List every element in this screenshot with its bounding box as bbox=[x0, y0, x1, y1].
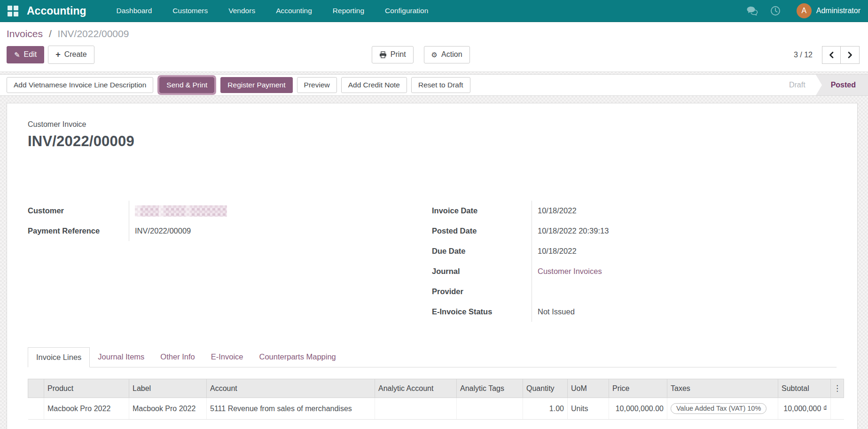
cell-row-menu[interactable] bbox=[831, 398, 844, 420]
redacted-customer-name bbox=[135, 205, 227, 217]
activities-clock-icon[interactable] bbox=[770, 6, 781, 16]
messages-icon[interactable] bbox=[746, 6, 758, 16]
statusbar: Add Vietnamese Invoice Line Description … bbox=[0, 74, 868, 96]
cell-price[interactable]: 10,000,000.00 bbox=[609, 398, 667, 420]
invoice-date-label: Invoice Date bbox=[432, 206, 532, 215]
edit-button[interactable]: ✎ Edit bbox=[7, 46, 44, 63]
create-button[interactable]: + Create bbox=[48, 46, 94, 64]
menu-configuration[interactable]: Configuration bbox=[384, 0, 429, 22]
provider-label: Provider bbox=[432, 287, 532, 296]
e-invoice-status-label: E-Invoice Status bbox=[432, 307, 532, 316]
apps-menu-icon[interactable] bbox=[8, 6, 18, 16]
header-account[interactable]: Account bbox=[207, 379, 375, 398]
top-navbar: Accounting Dashboard Customers Vendors A… bbox=[0, 0, 868, 22]
preview-button[interactable]: Preview bbox=[297, 77, 337, 93]
field-group-left: Customer Payment Reference INV/2022/0000… bbox=[28, 201, 432, 322]
header-price[interactable]: Price bbox=[609, 379, 667, 398]
posted-date-label: Posted Date bbox=[432, 226, 532, 235]
plus-icon: + bbox=[55, 49, 61, 60]
header-taxes[interactable]: Taxes bbox=[667, 379, 778, 398]
invoice-number-title: INV/2022/00009 bbox=[28, 133, 837, 150]
pager-next-button[interactable] bbox=[841, 46, 860, 64]
payment-reference-value: INV/2022/00009 bbox=[129, 221, 392, 241]
print-button[interactable]: Print bbox=[372, 46, 414, 63]
tax-badge: Value Added Tax (VAT) 10% bbox=[671, 403, 766, 414]
cell-product[interactable]: Macbook Pro 2022 bbox=[44, 398, 129, 420]
invoice-lines-table: Product Label Account Analytic Account A… bbox=[28, 379, 844, 420]
payment-reference-label: Payment Reference bbox=[28, 226, 129, 235]
tab-invoice-lines[interactable]: Invoice Lines bbox=[28, 347, 90, 367]
journal-label: Journal bbox=[432, 267, 532, 276]
posted-date-value: 10/18/2022 20:39:13 bbox=[532, 221, 795, 241]
tab-other-info[interactable]: Other Info bbox=[152, 347, 203, 367]
e-invoice-status-value: Not Issued bbox=[532, 302, 795, 322]
due-date-value: 10/18/2022 bbox=[532, 241, 795, 261]
status-step-draft[interactable]: Draft bbox=[779, 75, 816, 95]
invoice-form-sheet: Customer Invoice INV/2022/00009 Customer… bbox=[7, 103, 858, 429]
printer-icon bbox=[379, 51, 387, 58]
due-date-label: Due Date bbox=[432, 247, 532, 256]
status-widget: Draft Posted bbox=[779, 75, 868, 95]
field-group-right: Invoice Date 10/18/2022 Posted Date 10/1… bbox=[432, 201, 795, 322]
add-credit-note-button[interactable]: Add Credit Note bbox=[341, 77, 407, 93]
user-avatar: A bbox=[797, 3, 812, 18]
cell-uom[interactable]: Units bbox=[568, 398, 609, 420]
provider-value bbox=[532, 281, 795, 302]
user-name: Administrator bbox=[816, 7, 860, 15]
status-step-posted[interactable]: Posted bbox=[816, 75, 868, 95]
cell-analytic-tags[interactable] bbox=[457, 398, 523, 420]
table-row[interactable]: Macbook Pro 2022 Macbook Pro 2022 5111 R… bbox=[28, 398, 844, 420]
header-quantity[interactable]: Quantity bbox=[523, 379, 568, 398]
header-label[interactable]: Label bbox=[129, 379, 207, 398]
cell-quantity[interactable]: 1.00 bbox=[523, 398, 568, 420]
cell-label[interactable]: Macbook Pro 2022 bbox=[129, 398, 207, 420]
action-button[interactable]: ⚙ Action bbox=[424, 46, 470, 63]
register-payment-button[interactable]: Register Payment bbox=[220, 77, 292, 93]
user-menu[interactable]: A Administrator bbox=[797, 3, 860, 18]
cell-taxes[interactable]: Value Added Tax (VAT) 10% bbox=[667, 398, 778, 420]
invoice-date-value: 10/18/2022 bbox=[532, 201, 795, 221]
main-menu: Dashboard Customers Vendors Accounting R… bbox=[116, 0, 430, 22]
header-uom[interactable]: UoM bbox=[568, 379, 609, 398]
menu-dashboard[interactable]: Dashboard bbox=[116, 0, 153, 22]
header-selector[interactable] bbox=[28, 379, 44, 398]
reset-to-draft-button[interactable]: Reset to Draft bbox=[411, 77, 470, 93]
header-analytic-tags[interactable]: Analytic Tags bbox=[457, 379, 523, 398]
menu-reporting[interactable]: Reporting bbox=[332, 0, 365, 22]
breadcrumb-separator: / bbox=[49, 28, 52, 39]
breadcrumb: Invoices / INV/2022/00009 bbox=[7, 28, 861, 39]
cell-subtotal[interactable]: 10,000,000 ₫ bbox=[778, 398, 831, 420]
customer-value[interactable] bbox=[129, 201, 392, 221]
cell-analytic-account[interactable] bbox=[375, 398, 457, 420]
cell-selector[interactable] bbox=[28, 398, 44, 420]
menu-customers[interactable]: Customers bbox=[172, 0, 209, 22]
menu-vendors[interactable]: Vendors bbox=[227, 0, 256, 22]
breadcrumb-current: INV/2022/00009 bbox=[58, 28, 129, 39]
add-vietnamese-invoice-line-description-button[interactable]: Add Vietnamese Invoice Line Description bbox=[7, 77, 153, 93]
customer-label: Customer bbox=[28, 206, 129, 215]
optional-columns-icon[interactable]: ⋮ bbox=[831, 379, 844, 398]
menu-accounting[interactable]: Accounting bbox=[275, 0, 313, 22]
send-and-print-button[interactable]: Send & Print bbox=[159, 77, 214, 93]
notebook-tabs: Invoice Lines Journal Items Other Info E… bbox=[28, 347, 837, 367]
pager: 3 / 12 bbox=[794, 46, 861, 64]
tab-e-invoice[interactable]: E-Invoice bbox=[203, 347, 251, 367]
header-subtotal[interactable]: Subtotal bbox=[778, 379, 831, 398]
app-brand[interactable]: Accounting bbox=[27, 5, 86, 17]
table-header-row: Product Label Account Analytic Account A… bbox=[28, 379, 844, 398]
tab-journal-items[interactable]: Journal Items bbox=[90, 347, 152, 367]
cell-account[interactable]: 5111 Revenue from sales of merchandises bbox=[207, 398, 375, 420]
pencil-icon: ✎ bbox=[14, 50, 20, 60]
breadcrumb-invoices-link[interactable]: Invoices bbox=[7, 28, 43, 39]
control-panel: Invoices / INV/2022/00009 ✎ Edit + Creat… bbox=[0, 22, 868, 72]
gear-icon: ⚙ bbox=[431, 50, 438, 60]
header-product[interactable]: Product bbox=[44, 379, 129, 398]
journal-link[interactable]: Customer Invoices bbox=[538, 267, 602, 276]
pager-previous-button[interactable] bbox=[822, 46, 841, 64]
pager-counter[interactable]: 3 / 12 bbox=[794, 51, 813, 59]
document-type-label: Customer Invoice bbox=[28, 120, 837, 129]
header-analytic-account[interactable]: Analytic Account bbox=[375, 379, 457, 398]
tab-counterparts-mapping[interactable]: Counterparts Mapping bbox=[251, 347, 344, 367]
